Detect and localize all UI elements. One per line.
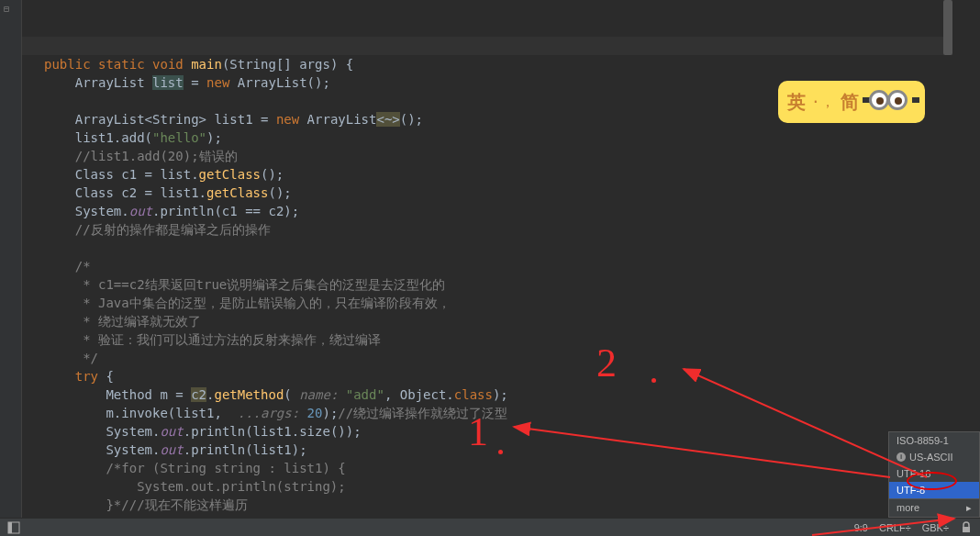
method-call: getClass — [199, 167, 261, 182]
keyword: public — [44, 57, 91, 72]
chevron-right-icon: ▸ — [966, 502, 972, 514]
encoding-more[interactable]: more▸ — [889, 498, 979, 517]
code-text: list1.add( — [44, 130, 152, 145]
code-text: ArrayList — [299, 112, 376, 127]
code-text: Class c1 = list. — [44, 167, 199, 182]
keyword: try — [44, 369, 98, 384]
code-text — [299, 406, 306, 420]
comment: System.out.println(string); — [44, 479, 346, 494]
keyword: static — [98, 57, 145, 72]
comment: //list1.add(20);错误的 — [44, 149, 238, 163]
method-name: main — [191, 57, 222, 72]
svg-rect-1 — [8, 522, 12, 533]
code-text: .println(c1 == c2); — [152, 204, 299, 218]
code-text: (); — [400, 112, 423, 127]
comment: //绕过编译操作就绕过了泛型 — [338, 406, 507, 420]
number-literal: 20 — [307, 406, 323, 420]
code-text: .println(list1); — [184, 442, 307, 457]
code-text: System. — [44, 442, 160, 457]
code-text: (); — [268, 185, 291, 200]
comment: * 绕过编译就无效了 — [44, 314, 201, 329]
encoding-item-iso[interactable]: ISO-8859-1 — [889, 432, 979, 449]
caret-line-highlight — [22, 37, 952, 55]
encoding-item-utf16[interactable]: UTF-16 — [889, 465, 979, 482]
info-icon: i — [896, 452, 906, 462]
comment: * c1==c2结果返回true说明编译之后集合的泛型是去泛型化的 — [44, 277, 445, 292]
collapse-icon[interactable]: ⊟ — [4, 4, 9, 14]
field: out — [160, 442, 183, 457]
code-text: m.invoke(list1, — [44, 406, 238, 420]
code-editor[interactable]: public static void main(String[] args) {… — [22, 0, 952, 518]
ime-lang-1[interactable]: 英 — [787, 90, 806, 115]
comment: //现在不能这样遍历 — [129, 497, 248, 512]
file-encoding[interactable]: GBK÷ — [922, 522, 949, 533]
tool-window-icon[interactable] — [7, 521, 20, 534]
encoding-menu[interactable]: ISO-8859-1 iUS-ASCII UTF-16 UTF-8 more▸ — [888, 431, 980, 518]
code-text: ArrayList — [44, 75, 152, 90]
keyword: new — [276, 112, 299, 127]
param-hint: ...args: — [238, 406, 299, 420]
code-text: ); — [493, 387, 508, 402]
code-text: , Object. — [384, 387, 454, 402]
svg-rect-2 — [963, 527, 970, 532]
code-text — [338, 387, 345, 402]
vertical-scrollbar[interactable] — [943, 0, 952, 55]
ime-language-bar[interactable]: 英 ·， 简 — [778, 81, 925, 123]
variable-highlight: c2 — [191, 387, 206, 402]
ime-separator: ·， — [811, 93, 835, 112]
code-text: ArrayList<String> list1 = — [44, 112, 276, 127]
code-text: ); — [206, 130, 222, 145]
ime-lang-2[interactable]: 简 — [841, 90, 859, 115]
field: out — [129, 204, 152, 218]
code-text: (String[] args) { — [222, 57, 353, 72]
param-hint: name: — [299, 387, 338, 402]
code-text: ); — [322, 406, 338, 420]
keyword: class — [454, 387, 493, 402]
code-text: Class c2 = list1. — [44, 185, 206, 200]
comment: //反射的操作都是编译之后的操作 — [44, 222, 271, 237]
comment: /* — [44, 259, 91, 274]
editor-gutter[interactable]: ⊟ — [0, 0, 22, 518]
cursor-position[interactable]: 9:9 — [854, 522, 868, 533]
code-text: { — [98, 369, 114, 384]
encoding-item-utf8[interactable]: UTF-8 — [889, 482, 979, 498]
code-text: = — [184, 75, 206, 90]
keyword: void — [152, 57, 184, 72]
field: out — [160, 424, 183, 439]
comment: * 验证：我们可以通过方法的反射来操作，绕过编译 — [44, 332, 381, 347]
code-text: ArrayList(); — [229, 75, 330, 90]
code-text: Method m = — [44, 387, 191, 402]
warning-highlight: <~> — [376, 112, 399, 127]
code-text: .println(list1.size()); — [184, 424, 362, 439]
keyword: new — [206, 75, 229, 90]
minion-icon[interactable] — [866, 87, 916, 117]
variable-highlight: list — [152, 75, 184, 90]
comment: * Java中集合的泛型，是防止错误输入的，只在编译阶段有效， — [44, 296, 451, 310]
lock-icon[interactable] — [960, 521, 973, 534]
code-text: ( — [284, 387, 299, 402]
line-ending[interactable]: CRLF÷ — [879, 522, 911, 533]
encoding-item-usascii[interactable]: iUS-ASCII — [889, 449, 979, 465]
code-text: (); — [261, 167, 284, 182]
method-call: getClass — [206, 185, 268, 200]
method-call: getMethod — [214, 387, 284, 402]
string-literal: "add" — [346, 387, 384, 402]
comment: /*for (String string : list1) { — [44, 461, 346, 475]
status-bar: 9:9 CRLF÷ GBK÷ — [0, 518, 980, 536]
comment: }*/ — [44, 497, 129, 512]
code-text: System. — [44, 204, 129, 218]
comment: */ — [44, 351, 98, 365]
string-literal: "hello" — [152, 130, 206, 145]
code-text: System. — [44, 424, 160, 439]
